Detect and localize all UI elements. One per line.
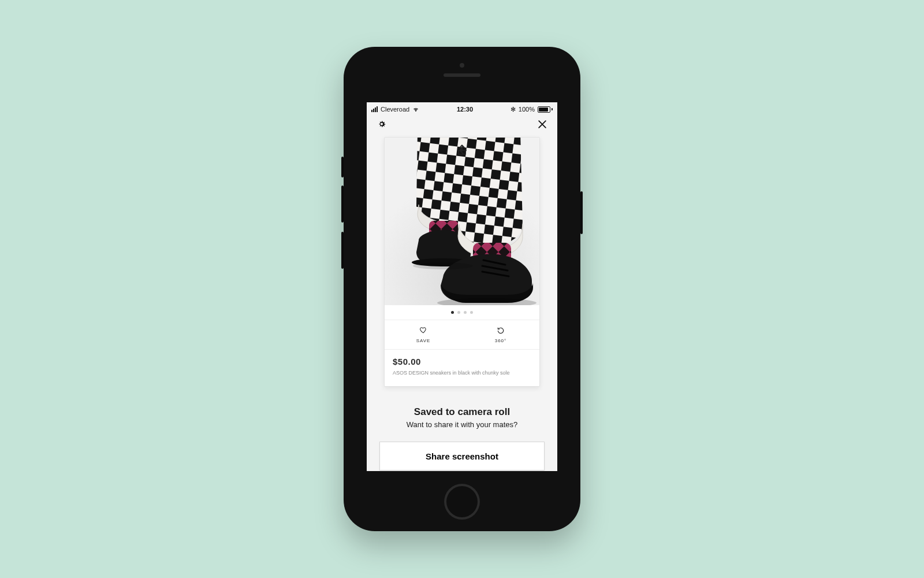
vol-up [341,186,344,223]
wifi-icon [412,106,419,113]
earpiece [444,73,480,77]
image-pager[interactable] [385,311,539,314]
rotate-label: 360° [495,338,507,343]
share-screenshot-button[interactable]: Share screenshot [379,442,545,470]
gear-icon[interactable] [375,117,389,131]
pager-dot[interactable] [464,311,467,314]
product-info: $50.00 ASOS DESIGN sneakers in black wit… [385,350,539,386]
sheet-subtitle: Want to share it with your mates? [367,420,557,429]
screen: Cleveroad 12:30 ✻ 100% [367,102,557,471]
signal-icon [371,106,378,112]
power-button [580,191,583,234]
status-bar: Cleveroad 12:30 ✻ 100% [367,102,557,115]
share-icon[interactable] [520,143,534,157]
product-name: ASOS DESIGN sneakers in black with chunk… [393,370,531,376]
clock: 12:30 [457,106,473,113]
price: $50.00 [393,357,531,366]
camera-dot [460,63,464,68]
svg-point-11 [413,262,473,269]
pager-dot[interactable] [451,311,454,314]
heart-icon [419,326,428,335]
sheet-title: Saved to camera roll [367,406,557,418]
close-icon[interactable] [535,117,549,131]
share-button-label: Share screenshot [426,451,498,461]
rotate-icon [496,326,505,335]
screenshot-card: SAVE 360° $50.00 ASOS DESIGN sneakers in… [384,137,540,387]
header-row [367,115,557,131]
battery-label: 100% [519,106,535,113]
battery-icon [538,106,553,113]
product-photo[interactable] [385,138,539,305]
stage: Cleveroad 12:30 ✻ 100% [0,0,924,578]
card-actions: SAVE 360° [385,320,539,350]
mute-switch [341,157,344,177]
home-button[interactable] [444,484,480,520]
share-sheet: Saved to camera roll Want to share it wi… [367,406,557,429]
carrier-label: Cleveroad [381,106,409,113]
vol-down [341,232,344,269]
save-button[interactable]: SAVE [385,320,462,349]
bluetooth-icon: ✻ [511,106,516,113]
pager-dot[interactable] [457,311,460,314]
save-label: SAVE [416,338,431,343]
pager-dot[interactable] [470,311,473,314]
rotate-360-button[interactable]: 360° [462,320,539,349]
phone-frame: Cleveroad 12:30 ✻ 100% [344,47,580,531]
